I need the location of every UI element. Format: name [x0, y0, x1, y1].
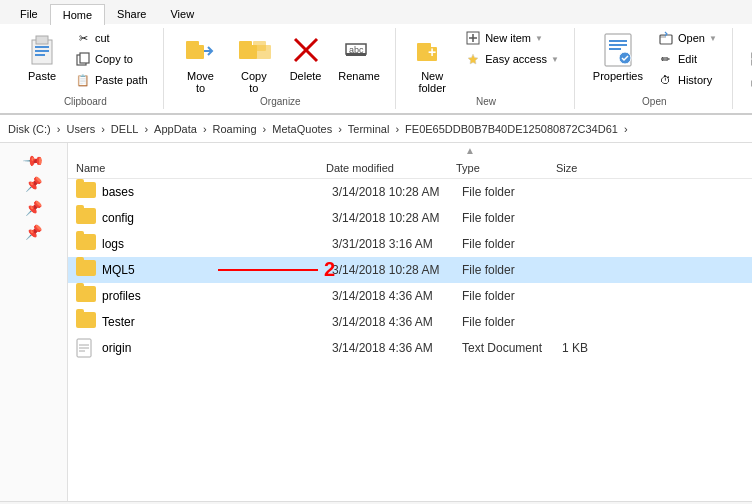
open-icon — [658, 30, 674, 46]
table-row[interactable]: Tester 3/14/2018 4:36 AM File folder — [68, 309, 752, 335]
svg-text:+: + — [428, 44, 436, 60]
folder-icon — [76, 182, 96, 202]
svg-rect-12 — [253, 45, 271, 59]
address-part-5[interactable]: MetaQuotes — [272, 123, 332, 135]
table-row[interactable]: config 3/14/2018 10:28 AM File folder — [68, 205, 752, 231]
table-row[interactable]: bases 3/14/2018 10:28 AM File folder — [68, 179, 752, 205]
ribbon-tabs: File Home Share View — [0, 4, 752, 24]
address-part-7[interactable]: FE0E65DDB0B7B40DE125080872C34D61 — [405, 123, 618, 135]
copy-to-label: Copy to — [235, 70, 272, 94]
address-part-0[interactable]: Disk (C:) — [8, 123, 51, 135]
svg-rect-6 — [80, 53, 89, 63]
tab-share[interactable]: Share — [105, 4, 158, 24]
file-type: File folder — [462, 185, 562, 199]
file-name: Tester — [102, 315, 332, 329]
organize-label: Organize — [166, 96, 396, 107]
col-header-type[interactable]: Type — [456, 162, 556, 174]
easy-access-icon — [465, 51, 481, 67]
rename-button[interactable]: abc Rename — [333, 28, 385, 86]
pin-icon-0[interactable]: 📌 — [21, 147, 46, 172]
select-group: Select all Select none — [745, 28, 752, 127]
paste-path-button[interactable]: 📋 Paste path — [70, 70, 153, 90]
cut-copy-group: ✂ cut Copy to 📋 P — [70, 28, 153, 90]
tab-home[interactable]: Home — [50, 4, 105, 25]
history-button[interactable]: ⏱ History — [653, 70, 722, 90]
move-to-button[interactable]: Move to — [176, 28, 226, 98]
easy-access-label: Easy access — [485, 53, 547, 65]
address-part-3[interactable]: AppData — [154, 123, 197, 135]
select-none-button[interactable]: Select none — [745, 49, 752, 69]
properties-button[interactable]: Properties — [587, 28, 649, 86]
col-header-name[interactable]: Name — [76, 162, 326, 174]
paste-button[interactable]: Paste — [18, 28, 66, 86]
open-items-group: Open ▼ ✏ Edit ⏱ History — [653, 28, 722, 90]
pin-icon-2[interactable]: 📌 — [25, 199, 43, 217]
delete-button[interactable]: Delete — [282, 28, 329, 86]
ribbon-content: Paste ✂ cut Copy to — [0, 24, 752, 114]
address-part-4[interactable]: Roaming — [213, 123, 257, 135]
address-part-2[interactable]: DELL — [111, 123, 139, 135]
new-folder-button[interactable]: + Newfolder — [408, 28, 456, 98]
new-folder-icon: + — [414, 32, 450, 68]
pin-icon-3[interactable]: 📌 — [25, 223, 43, 241]
section-clipboard: Paste ✂ cut Copy to — [8, 28, 164, 109]
open-section-label: Open — [577, 96, 732, 107]
section-select: Select all Select none — [735, 28, 752, 109]
move-to-icon — [183, 32, 219, 68]
table-row[interactable]: MQL5 3/14/2018 10:28 AM File folder — [68, 257, 752, 283]
file-doc-icon — [76, 338, 96, 358]
table-row[interactable]: origin 3/14/2018 4:36 AM Text Document 1… — [68, 335, 752, 361]
folder-icon — [76, 234, 96, 254]
paste-label: Paste — [28, 70, 56, 82]
paste-path-icon: 📋 — [75, 72, 91, 88]
edit-label: Edit — [678, 53, 697, 65]
col-header-date[interactable]: Date modified — [326, 162, 456, 174]
copy-icon — [75, 51, 91, 67]
address-part-1[interactable]: Users — [66, 123, 95, 135]
folder-icon — [76, 208, 96, 228]
file-type: Text Document — [462, 341, 562, 355]
copy-to-button[interactable]: Copy to — [229, 28, 278, 98]
edit-button[interactable]: ✏ Edit — [653, 49, 722, 69]
file-name: profiles — [102, 289, 332, 303]
move-to-label: Move to — [182, 70, 220, 94]
svg-rect-1 — [36, 36, 48, 44]
copy-to-icon — [236, 32, 272, 68]
edit-icon: ✏ — [658, 51, 674, 67]
svg-text:abc: abc — [349, 45, 364, 55]
address-part-6[interactable]: Terminal — [348, 123, 390, 135]
history-label: History — [678, 74, 712, 86]
section-open: Properties Open ▼ — [577, 28, 733, 109]
pin-icon-1[interactable]: 📌 — [25, 175, 43, 193]
copy-button[interactable]: Copy to — [70, 49, 153, 69]
invert-selection-button[interactable]: Invert selection — [745, 70, 752, 90]
col-header-size[interactable]: Size — [556, 162, 616, 174]
folder-icon — [76, 260, 96, 280]
new-item-label: New item — [485, 32, 531, 44]
cut-button[interactable]: ✂ cut — [70, 28, 153, 48]
file-list: bases 3/14/2018 10:28 AM File folder con… — [68, 179, 752, 361]
cut-label: cut — [95, 32, 110, 44]
file-type: File folder — [462, 211, 562, 225]
table-row[interactable]: logs 3/31/2018 3:16 AM File folder — [68, 231, 752, 257]
new-item-button[interactable]: New item ▼ — [460, 28, 564, 48]
paste-icon — [24, 32, 60, 68]
properties-label: Properties — [593, 70, 643, 82]
easy-access-button[interactable]: Easy access ▼ — [460, 49, 564, 69]
address-bar: Disk (C:) › Users › DELL › AppData › Roa… — [0, 115, 752, 143]
table-row[interactable]: profiles 3/14/2018 4:36 AM File folder — [68, 283, 752, 309]
file-date: 3/14/2018 4:36 AM — [332, 315, 462, 329]
open-label: Open — [678, 32, 705, 44]
open-button[interactable]: Open ▼ — [653, 28, 722, 48]
sidebar: 📌 📌 📌 📌 — [0, 143, 68, 501]
svg-rect-2 — [35, 46, 49, 48]
select-all-button[interactable]: Select all — [745, 28, 752, 48]
tab-view[interactable]: View — [158, 4, 206, 24]
cut-icon: ✂ — [75, 30, 91, 46]
main-area: 📌 📌 📌 📌 ▲ Name Date modified Type — [0, 143, 752, 501]
tab-file[interactable]: File — [8, 4, 50, 24]
rename-label: Rename — [338, 70, 380, 82]
svg-rect-27 — [609, 48, 621, 50]
ribbon: File Home Share View P — [0, 0, 752, 115]
file-name: config — [102, 211, 332, 225]
